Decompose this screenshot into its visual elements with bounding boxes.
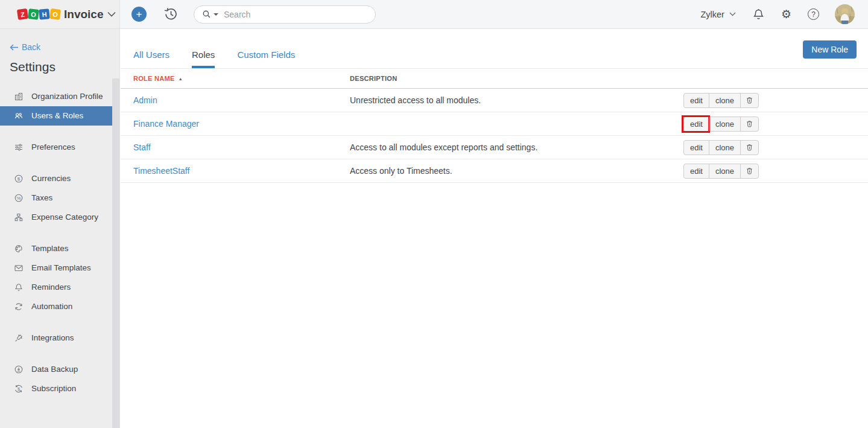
table-body: AdminUnrestricted access to all modules.… <box>121 89 868 183</box>
main-content: All UsersRolesCustom Fields New Role ROL… <box>121 29 868 428</box>
role-actions-cell: editclone <box>683 117 868 132</box>
role-actions-cell: editclone <box>683 93 868 108</box>
org-chevron-down-icon[interactable] <box>107 11 116 17</box>
role-actions-group: editclone <box>683 93 759 108</box>
back-label: Back <box>22 42 40 52</box>
search-scope-caret-icon[interactable] <box>214 13 218 16</box>
role-description-text: Unrestricted access to all modules. <box>350 95 481 105</box>
recent-history-icon[interactable] <box>163 7 179 22</box>
annotation-highlight-box <box>682 115 710 133</box>
sidebar-item-subscription[interactable]: $Subscription <box>0 379 113 398</box>
role-name-cell: TimesheetStaff <box>121 166 350 176</box>
role-actions-cell: editclone <box>683 140 868 155</box>
clone-button[interactable]: clone <box>709 117 740 131</box>
sidebar-scrollbar[interactable] <box>112 78 119 428</box>
sidebar-item-reminders[interactable]: Reminders <box>0 278 113 297</box>
role-actions-cell: editclone <box>683 164 868 179</box>
sidebar-item-label: Expense Category <box>31 212 98 222</box>
edit-button[interactable]: edit <box>684 94 709 107</box>
tabs-bar: All UsersRolesCustom Fields New Role <box>121 29 868 69</box>
role-actions-group: editclone <box>683 140 759 155</box>
edit-button[interactable]: edit <box>684 141 709 155</box>
sidebar-item-users-roles[interactable]: Users & Roles <box>0 106 113 126</box>
plug-icon <box>14 333 24 343</box>
clone-button[interactable]: clone <box>709 164 740 178</box>
delete-button[interactable] <box>740 164 758 178</box>
sidebar-item-integrations[interactable]: Integrations <box>0 328 113 348</box>
sidebar-item-organization-profile[interactable]: Organization Profile <box>0 87 113 106</box>
download-circle-icon <box>14 365 24 374</box>
sidebar-item-label: Taxes <box>31 193 52 202</box>
edit-button[interactable]: edit <box>684 164 709 178</box>
sidebar-item-label: Subscription <box>31 384 76 393</box>
delete-button[interactable] <box>740 141 758 155</box>
bell-icon <box>14 283 24 292</box>
sidebar-item-label: Automation <box>31 302 72 311</box>
users-icon <box>14 111 24 121</box>
brand-area: ZOHO Invoice <box>0 0 120 28</box>
svg-text:$: $ <box>17 176 21 182</box>
role-name-header[interactable]: ROLE NAME ▲ <box>121 75 350 82</box>
description-header: DESCRIPTION <box>350 75 683 82</box>
sidebar-item-data-backup[interactable]: Data Backup <box>0 360 113 379</box>
org-switcher[interactable]: Zylker <box>700 10 735 19</box>
role-description-cell: Access only to Timesheets. <box>350 166 683 176</box>
delete-button[interactable] <box>740 94 758 107</box>
table-row-admin: AdminUnrestricted access to all modules.… <box>121 89 868 112</box>
table-row-staff: StaffAccess to all modules except report… <box>121 136 868 159</box>
help-icon[interactable]: ? <box>808 8 819 20</box>
logo-tile-z: Z <box>17 8 28 20</box>
page-title: Settings <box>10 60 119 74</box>
sidebar-item-label: Reminders <box>31 283 71 292</box>
tabs: All UsersRolesCustom Fields <box>133 50 317 68</box>
sidebar-item-expense-category[interactable]: Expense Category <box>0 208 113 227</box>
tab-roles[interactable]: Roles <box>192 50 215 68</box>
sort-asc-icon: ▲ <box>179 77 183 81</box>
back-arrow-icon <box>10 44 19 51</box>
edit-button[interactable]: edit <box>684 117 709 131</box>
sidebar-item-label: Templates <box>31 244 69 253</box>
tab-all-users[interactable]: All Users <box>133 50 169 68</box>
back-link[interactable]: Back <box>10 42 40 52</box>
sidebar-group: TemplatesEmail TemplatesRemindersAutomat… <box>0 239 119 316</box>
role-name-cell: Staff <box>121 142 350 152</box>
palette-icon <box>14 244 24 254</box>
logo-tile-o: O <box>28 8 39 20</box>
sidebar-item-email-templates[interactable]: Email Templates <box>0 258 113 278</box>
user-avatar[interactable] <box>835 4 855 24</box>
zoho-logo[interactable]: ZOHO <box>17 9 60 19</box>
trash-icon <box>746 120 753 128</box>
subscription-icon: $ <box>14 384 24 394</box>
settings-nav: Organization ProfileUsers & RolesPrefere… <box>0 87 119 398</box>
sidebar-item-taxes[interactable]: %Taxes <box>0 188 113 208</box>
dollar-circle-icon: $ <box>14 174 24 184</box>
role-name-cell: Finance Manager <box>121 119 350 129</box>
role-name-cell: Admin <box>121 95 350 105</box>
search-bar[interactable] <box>194 5 376 24</box>
delete-button[interactable] <box>740 117 758 131</box>
role-name-link[interactable]: Admin <box>133 95 157 105</box>
search-icon <box>202 10 211 19</box>
sidebar-item-label: Preferences <box>31 142 75 152</box>
clone-button[interactable]: clone <box>709 141 740 155</box>
clone-button[interactable]: clone <box>709 94 740 107</box>
search-input[interactable] <box>224 10 368 19</box>
sidebar-item-label: Email Templates <box>31 263 91 272</box>
role-name-link[interactable]: TimesheetStaff <box>133 166 189 176</box>
new-role-button[interactable]: New Role <box>803 40 857 59</box>
sidebar-group: Data Backup$Subscription <box>0 360 119 398</box>
role-description-text: Access to all modules except reports and… <box>350 142 537 152</box>
quick-create-button[interactable]: + <box>131 7 147 22</box>
notifications-bell-icon[interactable] <box>752 8 765 21</box>
role-name-link[interactable]: Staff <box>133 142 151 152</box>
role-name-link[interactable]: Finance Manager <box>133 119 199 129</box>
sidebar-group: Preferences <box>0 138 119 157</box>
sidebar-item-currencies[interactable]: $Currencies <box>0 169 113 188</box>
tab-custom-fields[interactable]: Custom Fields <box>237 50 295 68</box>
sidebar-item-automation[interactable]: Automation <box>0 297 113 316</box>
sidebar-item-preferences[interactable]: Preferences <box>0 138 113 157</box>
roles-table: ROLE NAME ▲ DESCRIPTION AdminUnrestricte… <box>121 69 868 183</box>
sidebar-item-templates[interactable]: Templates <box>0 239 113 258</box>
role-description-text: Access only to Timesheets. <box>350 166 452 176</box>
settings-gear-icon[interactable]: ⚙ <box>781 8 791 20</box>
